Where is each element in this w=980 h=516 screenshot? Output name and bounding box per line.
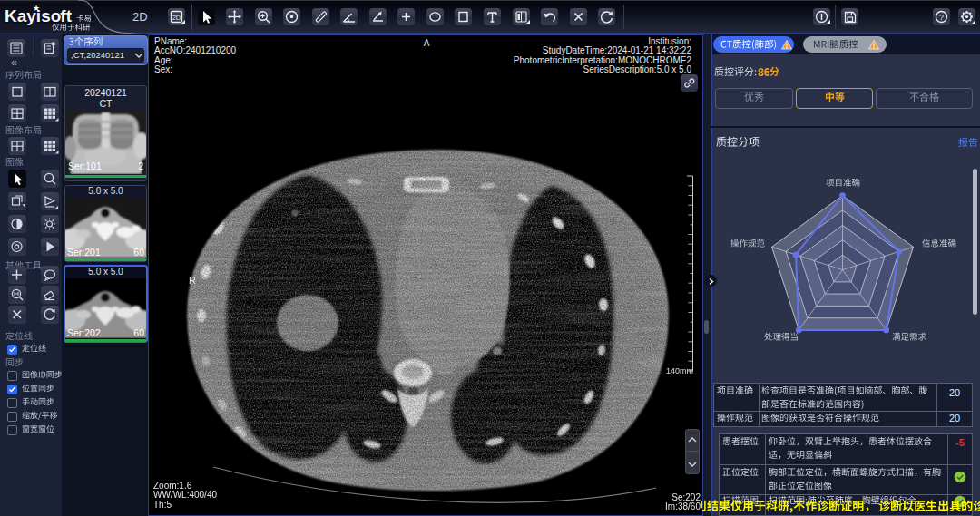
svg-text:?: ? [939, 13, 944, 22]
svg-text:2: 2 [138, 161, 143, 171]
svg-text:Ser:101: Ser:101 [68, 161, 102, 171]
svg-text:2D: 2D [172, 14, 181, 22]
